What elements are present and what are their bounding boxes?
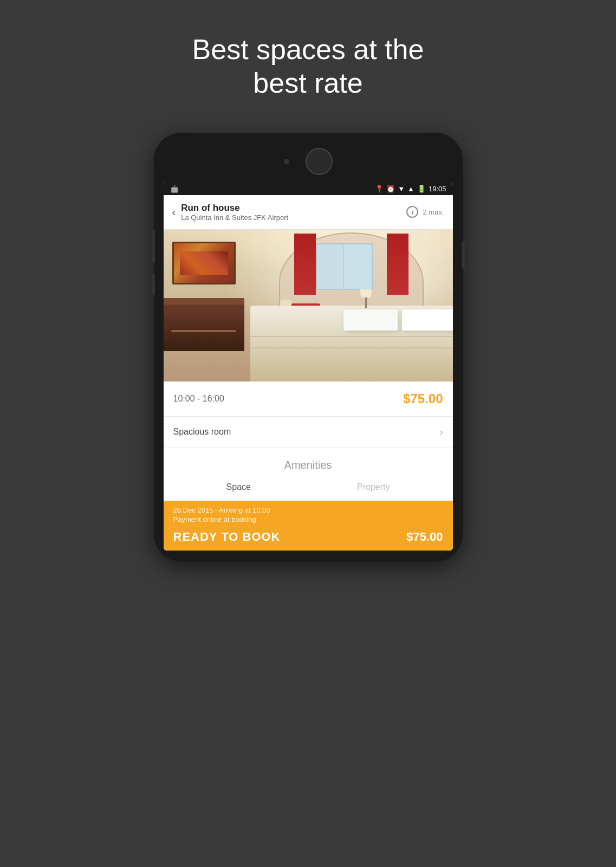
wifi-icon: ▼	[398, 185, 405, 193]
booking-actions: READY TO BOOK $75.00	[173, 525, 443, 551]
time-range: 10:00 - 16:00	[173, 394, 224, 404]
amenities-title: Amenities	[173, 459, 443, 471]
power-button	[462, 241, 465, 268]
header-info: Run of house La Quinta Inn & Suites JFK …	[181, 203, 288, 222]
header-right: i 2 max.	[406, 206, 444, 218]
app-header: ‹ Run of house La Quinta Inn & Suites JF…	[164, 195, 453, 230]
status-time: 19:05	[429, 185, 446, 193]
phone-top-bar	[164, 144, 453, 183]
volume-down-button	[152, 274, 155, 295]
booking-bar: 28 Dec 2015 - Arriving at 10:00 Payment …	[164, 501, 453, 551]
status-right: 📍 ⏰ ▼ ▲ 🔋 19:05	[375, 185, 446, 193]
page-background: Best spaces at the best rate 🤖	[0, 0, 616, 867]
location-icon: 📍	[375, 185, 384, 193]
amenities-col-property: Property	[357, 482, 390, 492]
chevron-right-icon: ›	[440, 426, 443, 438]
artwork	[172, 242, 236, 284]
booking-price: $75.00	[406, 530, 443, 544]
camera-dot	[284, 159, 289, 164]
phone-body: 🤖 📍 ⏰ ▼ ▲ 🔋 19:05 ‹	[154, 133, 463, 561]
room-scene	[164, 230, 453, 381]
price-row: 10:00 - 16:00 $75.00	[164, 381, 453, 417]
max-guests-label: 2 max.	[423, 208, 444, 216]
page-title: Best spaces at the best rate	[0, 0, 616, 122]
curtain-right	[387, 234, 408, 295]
curtain-left	[294, 234, 315, 295]
alarm-icon: ⏰	[386, 185, 395, 193]
status-left: 🤖	[170, 185, 179, 193]
signal-icon: ▲	[407, 185, 414, 193]
volume-up-button	[152, 230, 155, 263]
phone-speaker	[306, 148, 333, 175]
room-image	[164, 230, 453, 381]
back-button[interactable]: ‹	[172, 206, 176, 218]
info-button[interactable]: i	[406, 206, 418, 218]
pillow-left	[343, 309, 398, 331]
bed	[250, 306, 453, 381]
status-bar: 🤖 📍 ⏰ ▼ ▲ 🔋 19:05	[164, 183, 453, 195]
dresser	[164, 298, 245, 351]
android-icon: 🤖	[170, 185, 179, 193]
window	[316, 243, 373, 290]
booking-date-info: 28 Dec 2015 - Arriving at 10:00	[173, 506, 443, 514]
pillow-right	[402, 309, 452, 331]
phone-screen: 🤖 📍 ⏰ ▼ ▲ 🔋 19:05 ‹	[164, 183, 453, 551]
room-type-label: Spacious room	[173, 427, 231, 437]
lamp-right	[360, 289, 372, 308]
amenities-section: Amenities Space Property	[164, 448, 453, 501]
hotel-name: La Quinta Inn & Suites JFK Airport	[181, 213, 288, 222]
phone-mockup: 🤖 📍 ⏰ ▼ ▲ 🔋 19:05 ‹	[0, 133, 616, 561]
booking-payment-info: Payment online at booking	[173, 515, 443, 523]
room-type-title: Run of house	[181, 203, 288, 213]
amenities-col-space: Space	[226, 482, 251, 492]
header-left: ‹ Run of house La Quinta Inn & Suites JF…	[172, 203, 289, 222]
battery-icon: 🔋	[417, 185, 426, 193]
ready-to-book-button[interactable]: READY TO BOOK	[173, 530, 281, 544]
amenities-columns: Space Property	[173, 482, 443, 492]
price-display: $75.00	[403, 391, 443, 406]
room-type-row[interactable]: Spacious room ›	[164, 417, 453, 448]
